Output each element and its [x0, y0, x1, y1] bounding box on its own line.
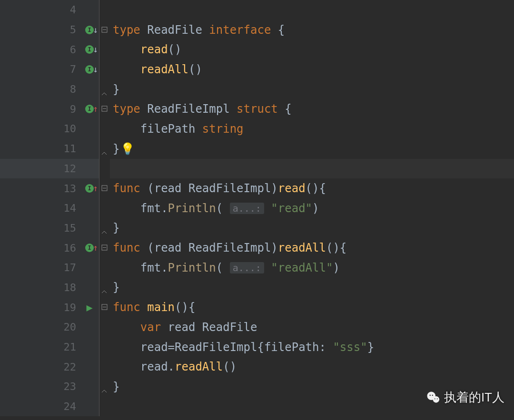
code-content[interactable]: type ReadFileImpl struct {: [110, 102, 514, 116]
line-number[interactable]: 14: [32, 198, 80, 218]
gutter-indicator[interactable]: [80, 119, 99, 139]
gutter-indicator[interactable]: [80, 377, 99, 397]
line-number[interactable]: 5: [32, 20, 80, 40]
code-line[interactable]: 10 filePath string: [0, 119, 514, 139]
line-number[interactable]: 12: [32, 159, 80, 179]
code-content[interactable]: var read ReadFile: [110, 321, 514, 334]
gutter-margin[interactable]: [0, 178, 32, 198]
fold-gutter[interactable]: [99, 20, 110, 40]
gutter-indicator[interactable]: [80, 0, 99, 20]
fold-open-icon[interactable]: [101, 244, 108, 251]
fold-close-icon[interactable]: [101, 284, 108, 291]
line-number[interactable]: 10: [32, 119, 80, 139]
gutter-indicator[interactable]: ▶: [80, 297, 99, 317]
gutter-indicator[interactable]: I↓: [80, 39, 99, 59]
gutter-margin[interactable]: [0, 278, 32, 298]
line-number[interactable]: 19: [32, 297, 80, 317]
code-content[interactable]: fmt.Println( a...: "read"): [110, 202, 514, 215]
fold-open-icon[interactable]: [101, 106, 108, 112]
code-line[interactable]: 22 read.readAll(): [0, 357, 514, 377]
fold-close-icon[interactable]: [101, 146, 108, 152]
fold-gutter[interactable]: [99, 119, 110, 139]
gutter-indicator[interactable]: [80, 397, 99, 417]
code-content[interactable]: func (read ReadFileImpl)readAll(){: [110, 241, 514, 254]
fold-gutter[interactable]: [99, 258, 110, 278]
fold-open-icon[interactable]: [101, 185, 108, 192]
gutter-margin[interactable]: [0, 79, 32, 99]
gutter-margin[interactable]: [0, 99, 32, 119]
fold-gutter[interactable]: [99, 278, 110, 298]
fold-gutter[interactable]: [99, 238, 110, 258]
code-line[interactable]: 8}: [0, 79, 514, 99]
gutter-margin[interactable]: [0, 198, 32, 218]
gutter-indicator[interactable]: [80, 198, 99, 218]
gutter-margin[interactable]: [0, 258, 32, 278]
gutter-margin[interactable]: [0, 238, 32, 258]
code-content[interactable]: }: [110, 83, 514, 96]
code-content[interactable]: readAll(): [110, 63, 514, 76]
code-content[interactable]: filePath string: [110, 122, 514, 136]
code-line[interactable]: 11}💡: [0, 139, 514, 159]
gutter-indicator[interactable]: [80, 337, 99, 357]
code-line[interactable]: 17 fmt.Println( a...: "readAll"): [0, 258, 514, 278]
fold-gutter[interactable]: [99, 218, 110, 238]
code-content[interactable]: type ReadFile interface {: [110, 23, 514, 37]
gutter-margin[interactable]: [0, 377, 32, 397]
gutter-indicator[interactable]: [80, 278, 99, 298]
code-line[interactable]: 7I↓ readAll(): [0, 59, 514, 79]
line-number[interactable]: 15: [32, 218, 80, 238]
code-line[interactable]: 6I↓ read(): [0, 39, 514, 59]
code-line[interactable]: 15}: [0, 218, 514, 238]
code-content[interactable]: }: [110, 221, 514, 234]
fold-open-icon[interactable]: [101, 304, 108, 311]
fold-close-icon[interactable]: [101, 225, 108, 231]
fold-gutter[interactable]: [99, 139, 110, 159]
code-line[interactable]: 13I↑func (read ReadFileImpl)read(){: [0, 178, 514, 198]
lightbulb-icon[interactable]: 💡: [120, 142, 135, 156]
code-content[interactable]: read=ReadFileImpl{filePath: "sss"}: [110, 341, 514, 354]
gutter-margin[interactable]: [0, 317, 32, 337]
code-line[interactable]: 21 read=ReadFileImpl{filePath: "sss"}: [0, 337, 514, 357]
fold-gutter[interactable]: [99, 0, 110, 20]
gutter-margin[interactable]: [0, 59, 32, 79]
code-content[interactable]: func main(){: [110, 301, 514, 314]
fold-gutter[interactable]: [99, 198, 110, 218]
code-content[interactable]: read(): [110, 43, 514, 56]
code-content[interactable]: }: [110, 281, 514, 294]
gutter-indicator[interactable]: I↑: [80, 238, 99, 258]
code-line[interactable]: 4: [0, 0, 514, 20]
line-number[interactable]: 8: [32, 79, 80, 99]
fold-close-icon[interactable]: [101, 383, 108, 390]
code-content[interactable]: read.readAll(): [110, 360, 514, 373]
gutter-indicator[interactable]: I↑: [80, 178, 99, 198]
gutter-margin[interactable]: [0, 20, 32, 40]
fold-gutter[interactable]: [99, 159, 110, 179]
fold-close-icon[interactable]: [101, 86, 108, 93]
run-icon[interactable]: ▶: [86, 302, 92, 313]
code-line[interactable]: 16I↑func (read ReadFileImpl)readAll(){: [0, 238, 514, 258]
gutter-margin[interactable]: [0, 337, 32, 357]
gutter-margin[interactable]: [0, 397, 32, 417]
gutter-indicator[interactable]: [80, 258, 99, 278]
line-number[interactable]: 22: [32, 357, 80, 377]
gutter-indicator[interactable]: I↓: [80, 20, 99, 40]
fold-open-icon[interactable]: [101, 27, 108, 33]
gutter-indicator[interactable]: [80, 159, 99, 179]
line-number[interactable]: 24: [32, 397, 80, 417]
gutter-margin[interactable]: [0, 297, 32, 317]
line-number[interactable]: 20: [32, 317, 80, 337]
line-number[interactable]: 4: [32, 0, 80, 20]
fold-gutter[interactable]: [99, 337, 110, 357]
gutter-margin[interactable]: [0, 0, 32, 20]
gutter-indicator[interactable]: [80, 357, 99, 377]
gutter-indicator[interactable]: [80, 139, 99, 159]
gutter-indicator[interactable]: [80, 218, 99, 238]
line-number[interactable]: 13: [32, 178, 80, 198]
code-line[interactable]: 12: [0, 159, 514, 179]
fold-gutter[interactable]: [99, 59, 110, 79]
code-line[interactable]: 20 var read ReadFile: [0, 317, 514, 337]
line-number[interactable]: 6: [32, 39, 80, 59]
gutter-margin[interactable]: [0, 139, 32, 159]
fold-gutter[interactable]: [99, 79, 110, 99]
gutter-margin[interactable]: [0, 119, 32, 139]
